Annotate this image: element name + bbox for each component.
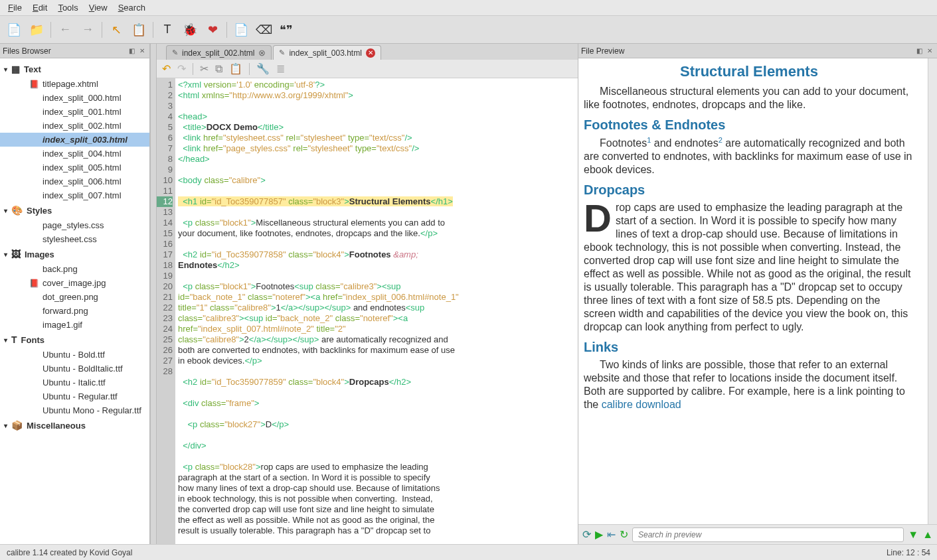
- tree-item[interactable]: 📕titlepage.xhtml: [0, 77, 149, 91]
- files-browser-title: Files Browser ◧ ✕: [0, 44, 149, 58]
- preview-p: Footnotes1 and endnotes2 are automatical…: [584, 136, 914, 176]
- main-toolbar: 📄📁←→↖📋T🐞❤📄⌫❝❞: [0, 16, 937, 44]
- file-icon: ✎: [279, 48, 285, 57]
- tree-item[interactable]: Ubuntu - Italic.ttf: [0, 376, 149, 389]
- separator: [102, 22, 102, 38]
- dropcap: D: [584, 204, 616, 233]
- tree-category-miscellaneous[interactable]: ▾📦Miscellaneous: [0, 417, 149, 433]
- preview-link[interactable]: calibre download: [602, 399, 681, 410]
- status-right: Line: 12 : 54: [887, 548, 930, 557]
- tree-item[interactable]: back.png: [0, 262, 149, 276]
- close-tab-icon[interactable]: ⊗: [258, 48, 266, 58]
- tree-item[interactable]: forward.png: [0, 304, 149, 318]
- reload-icon[interactable]: ↻: [620, 528, 628, 541]
- tree-item[interactable]: index_split_006.html: [0, 175, 149, 188]
- splitter-left[interactable]: [150, 44, 157, 544]
- paste-icon[interactable]: 📋: [229, 62, 242, 75]
- tree-item[interactable]: Ubuntu - Regular.ttf: [0, 389, 149, 403]
- cut-icon[interactable]: ✂: [200, 62, 209, 75]
- refresh-icon[interactable]: ⟳: [582, 528, 591, 541]
- tree-item[interactable]: Ubuntu - Bold.ttf: [0, 348, 149, 362]
- close-tab-icon[interactable]: ✕: [366, 48, 375, 58]
- undo-icon[interactable]: ↶: [162, 62, 171, 75]
- menu-tools[interactable]: Tools: [54, 1, 82, 14]
- play-icon[interactable]: ▶: [595, 528, 603, 541]
- tree-item[interactable]: stylesheet.css: [0, 232, 149, 246]
- forward-icon[interactable]: →: [79, 21, 96, 38]
- preview-p: Miscellaneous structural elements you ca…: [584, 85, 914, 111]
- tree-item[interactable]: index_split_000.html: [0, 91, 149, 105]
- tree-category-fonts[interactable]: ▾TFonts: [0, 332, 149, 348]
- preview-toolbar: ⟳ ▶ ⇤ ↻ ▼ ▲: [578, 524, 937, 544]
- separator: [226, 22, 227, 38]
- page-icon[interactable]: 📄: [232, 21, 250, 38]
- files-tree[interactable]: ▾▦Text📕titlepage.xhtmlindex_split_000.ht…: [0, 58, 149, 544]
- tree-item[interactable]: Ubuntu Mono - Regular.ttf: [0, 403, 149, 417]
- editor-panel: ✎index_split_002.html⊗✎index_split_003.h…: [157, 44, 578, 544]
- menu-edit[interactable]: Edit: [29, 1, 51, 14]
- tree-category-styles[interactable]: ▾🎨Styles: [0, 202, 149, 218]
- menu-file[interactable]: File: [4, 1, 26, 14]
- redo-icon[interactable]: ↷: [177, 62, 186, 75]
- quote-icon[interactable]: ❝❞: [278, 21, 295, 38]
- status-left: calibre 1.14 created by Kovid Goyal: [7, 548, 132, 557]
- search-up-icon[interactable]: ▲: [922, 529, 933, 541]
- preview-h1: Structural Elements: [584, 62, 914, 81]
- search-down-icon[interactable]: ▼: [908, 529, 918, 541]
- preview-p: Drop caps are used to emphasize the lead…: [584, 201, 914, 334]
- tree-item[interactable]: index_split_005.html: [0, 161, 149, 175]
- split-icon[interactable]: ⇤: [607, 528, 616, 541]
- preview-title-bar: File Preview ◧ ✕: [578, 44, 937, 58]
- tree-item[interactable]: page_styles.css: [0, 218, 149, 232]
- preview-content[interactable]: Structural Elements Miscellaneous struct…: [578, 58, 928, 524]
- list-icon[interactable]: ≣: [276, 62, 285, 75]
- line-gutter: 1234567891011121314151617181920212223242…: [157, 78, 175, 544]
- code-editor[interactable]: 1234567891011121314151617181920212223242…: [157, 78, 578, 544]
- preview-h2: Dropcaps: [584, 182, 914, 198]
- text-icon[interactable]: T: [159, 21, 176, 38]
- panel-title-text: Files Browser: [3, 46, 51, 56]
- menu-search[interactable]: Search: [114, 1, 149, 14]
- files-browser-panel: Files Browser ◧ ✕ ▾▦Text📕titlepage.xhtml…: [0, 44, 150, 544]
- tree-item[interactable]: image1.gif: [0, 318, 149, 332]
- menu-view[interactable]: View: [85, 1, 112, 14]
- tree-item[interactable]: index_split_003.html: [0, 133, 149, 147]
- tree-item[interactable]: index_split_007.html: [0, 188, 149, 202]
- main-area: Files Browser ◧ ✕ ▾▦Text📕titlepage.xhtml…: [0, 44, 937, 544]
- editor-toolbar: ↶↷✂⧉📋🔧≣: [157, 60, 578, 78]
- pointer-icon[interactable]: ↖: [108, 21, 125, 38]
- editor-tab[interactable]: ✎index_split_003.html✕: [273, 45, 381, 60]
- editor-tab[interactable]: ✎index_split_002.html⊗: [166, 45, 272, 60]
- clipboard-icon[interactable]: 📋: [130, 21, 147, 38]
- tree-item[interactable]: Ubuntu - BoldItalic.ttf: [0, 362, 149, 376]
- preview-h2: Links: [584, 339, 914, 356]
- new-file-icon[interactable]: 📄: [5, 21, 23, 38]
- panel-title-text: File Preview: [581, 46, 624, 56]
- tree-category-text[interactable]: ▾▦Text: [0, 61, 149, 77]
- tree-item[interactable]: index_split_004.html: [0, 147, 149, 161]
- settings-icon[interactable]: 🔧: [256, 62, 270, 75]
- copy-icon[interactable]: ⧉: [215, 63, 222, 75]
- code-area[interactable]: <?xml version='1.0' encoding='utf-8'?><h…: [175, 78, 578, 544]
- heart-icon[interactable]: ❤: [204, 21, 221, 38]
- statusbar: calibre 1.14 created by Kovid Goyal Line…: [0, 544, 937, 560]
- undock-icon[interactable]: ◧: [914, 46, 924, 56]
- close-panel-icon[interactable]: ✕: [925, 46, 934, 56]
- tree-item[interactable]: index_split_002.html: [0, 119, 149, 133]
- folder-icon[interactable]: 📁: [28, 21, 45, 38]
- tree-item[interactable]: 📕cover_image.jpg: [0, 276, 149, 290]
- preview-scrollbar[interactable]: [928, 58, 937, 524]
- preview-search-input[interactable]: [632, 527, 904, 542]
- editor-tabs: ✎index_split_002.html⊗✎index_split_003.h…: [157, 44, 578, 60]
- back-icon[interactable]: ←: [56, 21, 74, 38]
- tree-item[interactable]: index_split_001.html: [0, 105, 149, 119]
- close-panel-icon[interactable]: ✕: [137, 46, 147, 56]
- tree-item[interactable]: dot_green.png: [0, 290, 149, 304]
- file-preview-panel: File Preview ◧ ✕ Structural Elements Mis…: [578, 44, 937, 544]
- bug-icon[interactable]: 🐞: [181, 21, 199, 38]
- menubar: FileEditToolsViewSearch: [0, 0, 937, 16]
- undock-icon[interactable]: ◧: [127, 46, 136, 56]
- separator: [50, 22, 51, 38]
- tree-category-images[interactable]: ▾🖼Images: [0, 246, 149, 262]
- erase-icon[interactable]: ⌫: [255, 21, 272, 38]
